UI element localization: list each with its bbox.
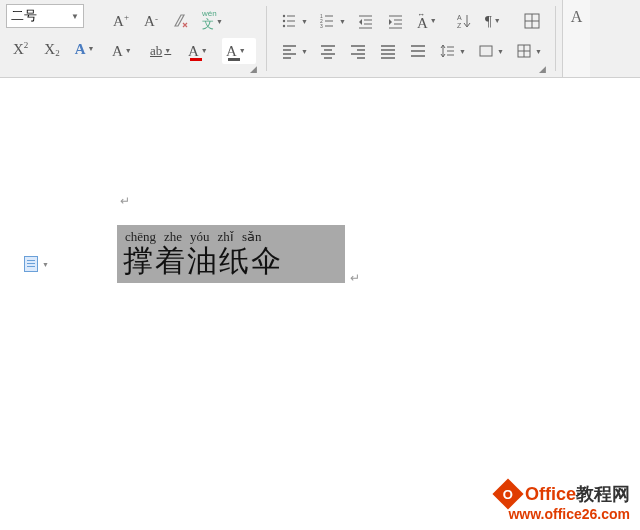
font-color-button[interactable]: A▼ <box>184 38 218 64</box>
font-group-left: 二号 ▼ X2 X2 A▼ <box>4 0 104 77</box>
svg-point-1 <box>283 20 285 22</box>
paragraph-dialog-launcher-icon[interactable]: ◢ <box>539 64 546 74</box>
align-right-button[interactable] <box>345 38 371 64</box>
decrease-indent-button[interactable] <box>353 8 379 34</box>
watermark: O Office教程网 www.office26.com <box>497 482 630 522</box>
svg-text:A: A <box>457 14 462 21</box>
pinyin-syllable: zhǐ <box>218 229 234 245</box>
pinyin-syllable: yóu <box>190 229 210 245</box>
font-size-value: 二号 <box>11 7 37 25</box>
shading-button[interactable]: ▼ <box>473 38 507 64</box>
paragraph-group: ▼ 123▼ ↔A▼ AZ ¶▼ ▼ <box>273 0 549 77</box>
numbering-button[interactable]: 123▼ <box>315 8 349 34</box>
font-dialog-launcher-icon[interactable]: ◢ <box>250 64 257 74</box>
increase-indent-button[interactable] <box>383 8 409 34</box>
logo-icon: O <box>492 478 523 509</box>
font-group: A+ A- wén文▼ A▼ ab▼ A▼ A▼ ◢ <box>104 0 260 77</box>
grow-font-button[interactable]: A+ <box>108 8 134 34</box>
bullets-button[interactable]: ▼ <box>277 8 311 34</box>
justify-button[interactable] <box>375 38 401 64</box>
phonetic-guide-button[interactable]: wén文▼ <box>198 8 232 34</box>
svg-text:Z: Z <box>457 22 462 29</box>
hanzi-text: 撑着油纸伞 <box>123 244 339 277</box>
watermark-url: www.office26.com <box>497 506 630 522</box>
ribbon-toolbar: 二号 ▼ X2 X2 A▼ A+ A- wén文▼ A▼ ab▼ A▼ A▼ ◢ <box>0 0 640 78</box>
highlight-button[interactable]: A▼ <box>222 38 256 64</box>
pinyin-syllable: zhe <box>164 229 182 245</box>
char-scale-button[interactable]: ↔A▼ <box>413 8 447 34</box>
select-icon[interactable]: A <box>571 8 583 26</box>
paragraph-mark-icon: ↵ <box>350 271 360 285</box>
superscript-button[interactable]: X2 <box>8 36 33 62</box>
align-left-button[interactable]: ▼ <box>277 38 311 64</box>
shrink-font-button[interactable]: A- <box>138 8 164 34</box>
selected-text-block[interactable]: chēng zhe yóu zhǐ sǎn 撑着油纸伞 <box>117 225 345 283</box>
sort-button[interactable]: AZ <box>451 8 477 34</box>
show-marks-button[interactable]: ¶▼ <box>481 8 515 34</box>
font-row2: X2 X2 A▼ <box>4 36 104 62</box>
ribbon-right-stub: A <box>562 0 590 77</box>
table-button[interactable] <box>519 8 545 34</box>
document-area[interactable]: ▼ ↵ chēng zhe yóu zhǐ sǎn 撑着油纸伞 ↵ <box>0 78 640 488</box>
svg-text:3: 3 <box>320 23 323 29</box>
borders-button[interactable]: ▼ <box>511 38 545 64</box>
paragraph-mark-icon: ↵ <box>120 194 130 208</box>
strikethrough-button[interactable]: ab▼ <box>146 38 180 64</box>
svg-rect-47 <box>480 46 492 56</box>
char-shading-button[interactable]: A▼ <box>108 38 142 64</box>
svg-point-0 <box>283 15 285 17</box>
distribute-button[interactable] <box>405 38 431 64</box>
watermark-brand-en: Office <box>525 484 576 504</box>
text-effects-button[interactable]: A▼ <box>71 36 104 62</box>
line-spacing-button[interactable]: ▼ <box>435 38 469 64</box>
chevron-down-icon: ▼ <box>42 261 49 268</box>
pinyin-row: chēng zhe yóu zhǐ sǎn <box>123 229 339 245</box>
group-separator <box>266 6 267 71</box>
pinyin-syllable: chēng <box>125 229 156 245</box>
nav-pane-icon[interactable]: ▼ <box>24 256 49 272</box>
pinyin-syllable: sǎn <box>242 229 262 245</box>
align-center-button[interactable] <box>315 38 341 64</box>
subscript-button[interactable]: X2 <box>39 36 64 62</box>
group-separator-2 <box>555 6 556 71</box>
font-size-combo[interactable]: 二号 ▼ <box>6 4 84 28</box>
chevron-down-icon: ▼ <box>71 12 79 21</box>
svg-point-2 <box>283 25 285 27</box>
clear-format-button[interactable] <box>168 8 194 34</box>
watermark-brand-cn: 教程网 <box>576 484 630 504</box>
